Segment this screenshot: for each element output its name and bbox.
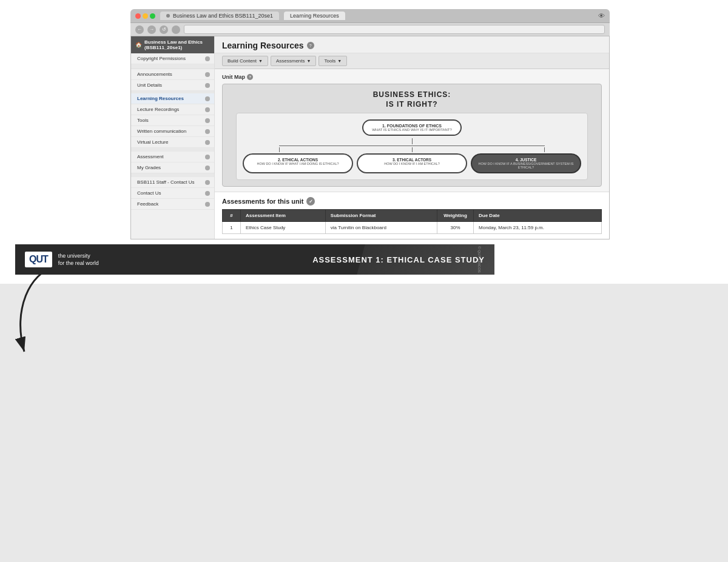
- item-dot-12: [205, 202, 210, 207]
- item-dot-11: [205, 191, 210, 196]
- assessments-check-icon: ✓: [306, 197, 315, 206]
- footer-banner: QUT the university for the real world AS…: [15, 244, 494, 275]
- item-dot-4: [205, 107, 210, 112]
- footer-side-text: © QUT CRICOS: [477, 246, 481, 273]
- tools-toolbar-button[interactable]: Tools ▼: [318, 56, 347, 66]
- row-weighting: 30%: [437, 222, 474, 234]
- item-dot-0: [205, 56, 210, 61]
- sidebar-item-feedback[interactable]: Feedback: [131, 199, 214, 210]
- box3-title: 3. ETHICAL ACTORS: [362, 158, 462, 162]
- col-header-due-date: Due Date: [474, 210, 602, 222]
- box4-title: 4. JUSTICE: [476, 158, 576, 162]
- ethical-actions-box: 2. ETHICAL ACTIONS HOW DO I KNOW IF WHAT…: [243, 153, 353, 173]
- chevron-down-icon-3: ▼: [337, 59, 342, 63]
- box1-sub: WHAT IS ETHICS AND WHY IS IT IMPORTANT?: [372, 128, 452, 132]
- page-wrapper: Business Law and Ethics BSB111_20se1 Lea…: [0, 0, 728, 284]
- build-content-button[interactable]: Build Content ▼: [222, 56, 268, 66]
- row-item: Ethics Case Study: [241, 222, 326, 234]
- eye-icon[interactable]: 👁: [598, 12, 605, 19]
- browser-tab-1[interactable]: Business Law and Ethics BSB111_20se1: [160, 12, 279, 20]
- unit-map-diagram: BUSINESS ETHICS: IS IT RIGHT? 1. FOUNDAT…: [222, 84, 602, 187]
- col-header-format: Submission Format: [325, 210, 437, 222]
- box2-title: 2. ETHICAL ACTIONS: [248, 158, 348, 162]
- item-dot-9: [205, 166, 210, 170]
- browser-tab-2[interactable]: Learning Resources: [284, 12, 345, 20]
- page-title: Learning Resources: [222, 41, 304, 50]
- page-header: Learning Resources ?: [215, 36, 609, 53]
- forward-button[interactable]: →: [147, 25, 156, 34]
- qut-logo-text: QUT: [29, 255, 48, 264]
- item-dot-3: [205, 96, 210, 101]
- main-content-area: Learning Resources ? Build Content ▼ Ass…: [215, 36, 609, 239]
- chevron-down-icon-2: ▼: [307, 59, 311, 63]
- box1-title: 1. FOUNDATIONS OF ETHICS: [372, 124, 452, 128]
- box2-sub: HOW DO I KNOW IF WHAT I AM DOING IS ETHI…: [248, 162, 348, 166]
- sidebar-item-copyright[interactable]: Copyright Permissions: [131, 53, 214, 64]
- sidebar-item-bsb111-staff[interactable]: BSB111 Staff - Contact Us: [131, 177, 214, 188]
- sidebar-item-unit-details[interactable]: Unit Details: [131, 80, 214, 91]
- item-dot-2: [205, 83, 210, 88]
- row-format: via Turnitin on Blackboard: [325, 222, 437, 234]
- justice-box: 4. JUSTICE HOW DO I KNOW IF A BUSINESS/G…: [471, 153, 581, 173]
- box3-sub: HOW DO I KNOW IF I AM ETHICAL?: [362, 162, 462, 166]
- sidebar-item-my-grades[interactable]: My Grades: [131, 162, 214, 173]
- sidebar-item-virtual-lecture[interactable]: Virtual Lecture: [131, 137, 214, 148]
- footer-left: QUT the university for the real world: [25, 252, 99, 267]
- sidebar-item-learning-resources[interactable]: Learning Resources: [131, 93, 214, 104]
- sidebar-item-tools[interactable]: Tools: [131, 115, 214, 126]
- reload-button[interactable]: ↺: [160, 25, 168, 34]
- col-header-num: #: [223, 210, 241, 222]
- unit-map-info-icon[interactable]: ?: [247, 74, 253, 80]
- footer-tagline: the university for the real world: [58, 252, 99, 267]
- row-due-date: Monday, March 23, 11:59 p.m.: [474, 222, 602, 234]
- sidebar-item-written-communication[interactable]: Written communication: [131, 126, 214, 137]
- assessments-toolbar-button[interactable]: Assessments ▼: [271, 56, 317, 66]
- item-dot-6: [205, 129, 210, 134]
- page-info-icon[interactable]: ?: [307, 42, 314, 49]
- item-dot-5: [205, 118, 210, 123]
- footer-banner-title: ASSESSMENT 1: ETHICAL CASE STUDY: [312, 255, 485, 264]
- sidebar-item-contact-us[interactable]: Contact Us: [131, 188, 214, 199]
- row-num: 1: [223, 222, 241, 234]
- address-bar[interactable]: [184, 25, 605, 34]
- assessments-section: Assessments for this unit ✓ # Assessment…: [215, 192, 609, 239]
- sidebar-item-lecture-recordings[interactable]: Lecture Recordings: [131, 104, 214, 115]
- back-button[interactable]: ←: [135, 25, 144, 34]
- item-dot-7: [205, 140, 210, 145]
- sidebar-item-announcements[interactable]: Announcements: [131, 69, 214, 80]
- ethics-foundations-box: 1. FOUNDATIONS OF ETHICS WHAT IS ETHICS …: [362, 119, 462, 136]
- col-header-weighting: Weighting: [437, 210, 474, 222]
- diagram-title: BUSINESS ETHICS: IS IT RIGHT?: [230, 90, 594, 109]
- sidebar: 🏠 Business Law and Ethics (BSB111_20se1)…: [131, 36, 215, 239]
- table-row: 1 Ethics Case Study via Turnitin on Blac…: [223, 222, 602, 234]
- item-dot-1: [205, 72, 210, 77]
- col-header-item: Assessment Item: [241, 210, 326, 222]
- home-button[interactable]: [172, 25, 180, 34]
- item-dot-8: [205, 155, 210, 159]
- assessments-section-title: Assessments for this unit ✓: [222, 197, 602, 206]
- unit-map-section: Unit Map ? BUSINESS ETHICS: IS IT RIGHT?: [215, 69, 609, 192]
- item-dot-10: [205, 180, 210, 185]
- arrow-annotation: [6, 261, 127, 370]
- home-icon: 🏠: [135, 42, 142, 48]
- content-toolbar: Build Content ▼ Assessments ▼ Tools ▼: [215, 53, 609, 69]
- ethical-actors-box: 3. ETHICAL ACTORS HOW DO I KNOW IF I AM …: [357, 153, 467, 173]
- box4-sub: HOW DO I KNOW IF A BUSINESS/GOVERNMENT S…: [476, 162, 576, 169]
- sidebar-item-assessment[interactable]: Assessment: [131, 152, 214, 162]
- sidebar-course-header: 🏠 Business Law and Ethics (BSB111_20se1): [131, 36, 214, 53]
- chevron-down-icon: ▼: [258, 59, 263, 63]
- assessments-table: # Assessment Item Submission Format Weig…: [222, 209, 602, 234]
- qut-logo: QUT: [25, 252, 52, 267]
- unit-map-title: Unit Map ?: [222, 74, 602, 80]
